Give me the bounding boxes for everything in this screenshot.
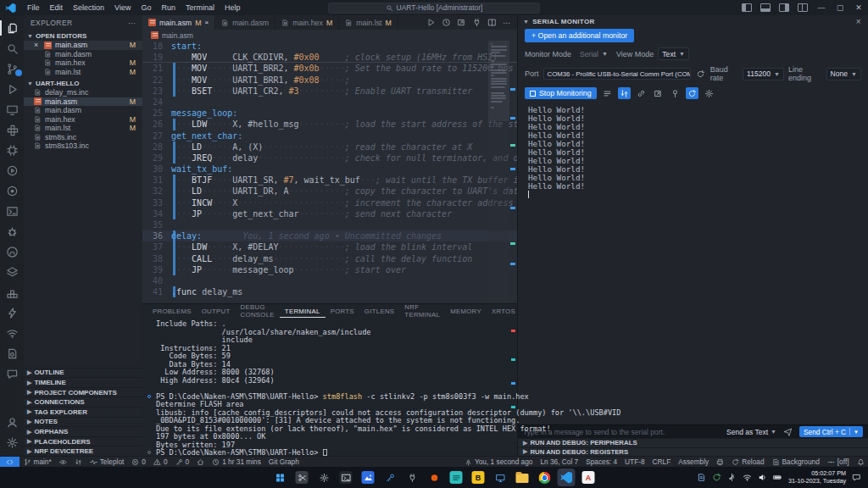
- maximize-button[interactable]: ▢: [831, 0, 849, 15]
- activity-run-debug[interactable]: [0, 79, 24, 99]
- list-item-main.dasm[interactable]: main.dasm: [24, 106, 142, 115]
- section-tag-explorer[interactable]: ▶TAG EXPLORER: [24, 407, 142, 417]
- activity-lightning[interactable]: [0, 302, 24, 323]
- send-icon[interactable]: [782, 426, 794, 438]
- activity-remote-explorer[interactable]: [0, 99, 24, 119]
- taskbar-chrome[interactable]: [536, 469, 554, 486]
- status-warnings[interactable]: 0: [149, 457, 171, 467]
- tab-main.asm[interactable]: main.asmM×: [142, 15, 215, 30]
- activity-search[interactable]: [0, 38, 24, 58]
- activity-record[interactable]: [0, 180, 24, 201]
- status-git-graph[interactable]: Git Graph: [264, 457, 303, 467]
- notification-chat-icon[interactable]: [852, 473, 861, 482]
- minimize-button[interactable]: —: [812, 0, 831, 15]
- stop-monitoring-button[interactable]: Stop Monitoring: [525, 87, 597, 99]
- activity-layers[interactable]: [0, 262, 24, 282]
- refresh-ports-icon[interactable]: [695, 68, 706, 80]
- status-blame[interactable]: You, 1 second ago: [460, 457, 536, 467]
- status-time-tracker[interactable]: 1 hr 31 mins: [209, 457, 265, 467]
- status-language-mode[interactable]: Assembly: [675, 457, 713, 467]
- status-eol[interactable]: CRLF: [648, 457, 675, 467]
- close-button[interactable]: ✕: [849, 0, 868, 15]
- tray-wifi-icon[interactable]: [743, 473, 752, 482]
- status-compare[interactable]: [70, 457, 86, 467]
- code-editor[interactable]: 18start:19 MOV CLK_CKDIVR, #0x00 ; clock…: [142, 41, 517, 303]
- list-item-stm8s.inc[interactable]: stm8s.inc: [24, 133, 142, 142]
- open-in-terminal-icon[interactable]: [652, 87, 665, 99]
- settings-icon[interactable]: [703, 87, 715, 99]
- activity-source-control[interactable]: [0, 58, 24, 79]
- list-item-main.lst[interactable]: main.lstM: [24, 124, 142, 133]
- close-tab-icon[interactable]: ×: [204, 19, 209, 26]
- close-panel-icon[interactable]: ×: [856, 17, 861, 26]
- section-run-and-debug-registers[interactable]: ▶RUN AND DEBUG: REGISTERS: [518, 447, 868, 457]
- taskbar-photos-app[interactable]: [359, 469, 377, 486]
- close-editor-icon[interactable]: ×: [34, 41, 41, 49]
- status-reload[interactable]: Reload: [728, 457, 768, 467]
- taskbar-terminal-app[interactable]: [337, 469, 355, 486]
- tray-tray-app-icon[interactable]: [697, 473, 706, 482]
- toggle-panel-icon[interactable]: [760, 3, 771, 12]
- activity-explorer[interactable]: [0, 18, 24, 38]
- taskbar-vscode[interactable]: [558, 469, 576, 486]
- list-item-main.dasm[interactable]: main.dasm: [24, 50, 142, 59]
- toggle-secondary-sidebar-icon[interactable]: [779, 3, 789, 12]
- activity-test-runner[interactable]: [0, 160, 24, 180]
- terminal-tab-output[interactable]: OUTPUT: [197, 304, 236, 318]
- list-item-main.asm[interactable]: main.asmM: [24, 97, 142, 107]
- list-item-main.hex[interactable]: main.hexM: [24, 58, 142, 68]
- menu-terminal[interactable]: Terminal: [181, 3, 220, 12]
- open-additional-monitor-button[interactable]: + Open an additional monitor: [525, 29, 634, 42]
- send-as-select[interactable]: Send as Text▼: [726, 428, 776, 436]
- taskbar-orange-app[interactable]: [426, 469, 443, 486]
- activity-embedded-chip[interactable]: [0, 140, 24, 160]
- terminal-tab-nrf-terminal[interactable]: NRF TERMINAL: [399, 304, 445, 318]
- list-item-main.asm[interactable]: ×main.asmM: [24, 41, 142, 50]
- menu-go[interactable]: Go: [136, 3, 156, 12]
- status-teleplot[interactable]: Teleplot: [86, 457, 128, 467]
- taskbar-file-explorer[interactable]: [514, 469, 531, 486]
- section-connections[interactable]: ▶CONNECTIONS: [24, 396, 142, 407]
- toggle-sidebar-icon[interactable]: [742, 3, 752, 12]
- tray-battery-icon[interactable]: [773, 473, 782, 482]
- customize-layout-icon[interactable]: [798, 3, 808, 12]
- taskbar-start[interactable]: [271, 469, 289, 486]
- taskbar-settings-app[interactable]: [315, 469, 333, 486]
- section-orphans[interactable]: ▶ORPHANS: [24, 426, 142, 436]
- monitor-mode-select[interactable]: Serial▼: [576, 47, 612, 60]
- port-select[interactable]: COM36 - Prolific USB-to-Serial Comm Port…: [543, 68, 692, 80]
- section-project-components[interactable]: ▶PROJECT COMPONENTS: [24, 387, 142, 397]
- taskbar-key-app[interactable]: [381, 469, 399, 486]
- terminal-tab-gitlens[interactable]: GITLENS: [359, 304, 399, 318]
- serial-output[interactable]: Hello World!Hello World!Hello World!Hell…: [518, 103, 868, 424]
- activity-account[interactable]: [0, 412, 24, 432]
- section-nrf-devicetree[interactable]: ▶NRF DEVICETREE: [24, 446, 142, 456]
- tab-main.hex[interactable]: main.hexM: [275, 15, 339, 30]
- more-actions-icon[interactable]: ⋯: [503, 19, 510, 27]
- breadcrumb[interactable]: main.asm: [142, 30, 517, 41]
- taskbar-plugin-app[interactable]: [403, 469, 421, 486]
- status-todo-count[interactable]: 0: [171, 457, 193, 467]
- command-center[interactable]: UART-Hello [Administrator]: [328, 3, 540, 14]
- list-item-delay_ms.inc[interactable]: delay_ms.inc: [24, 88, 142, 97]
- menu-view[interactable]: View: [109, 3, 136, 12]
- baud-select[interactable]: 115200▼: [743, 68, 784, 80]
- status-printer[interactable]: [713, 457, 728, 467]
- status-encoding[interactable]: UTF-8: [621, 457, 649, 467]
- status-errors[interactable]: 0: [128, 457, 150, 467]
- activity-bug[interactable]: [0, 221, 24, 241]
- view-mode-select[interactable]: Text▼: [658, 47, 689, 60]
- folder-header[interactable]: ▼ UART-HELLO: [24, 78, 142, 88]
- activity-containers[interactable]: [0, 282, 24, 302]
- clear-output-icon[interactable]: [601, 87, 614, 99]
- status-indentation[interactable]: Spaces: 4: [582, 457, 621, 467]
- taskbar-snipping-tool[interactable]: [293, 469, 311, 486]
- activity-device-file[interactable]: [0, 343, 24, 363]
- list-item-stm8s103.inc[interactable]: stm8s103.inc: [24, 141, 142, 151]
- menu-file[interactable]: File: [22, 3, 45, 12]
- terminal-tab-debug-console[interactable]: DEBUG CONSOLE: [236, 304, 280, 318]
- tray-sync-icon[interactable]: [712, 473, 721, 482]
- activity-settings[interactable]: [0, 432, 24, 452]
- taskbar-pdf-reader[interactable]: A: [580, 469, 598, 486]
- terminal-tab-terminal[interactable]: TERMINAL: [280, 304, 326, 318]
